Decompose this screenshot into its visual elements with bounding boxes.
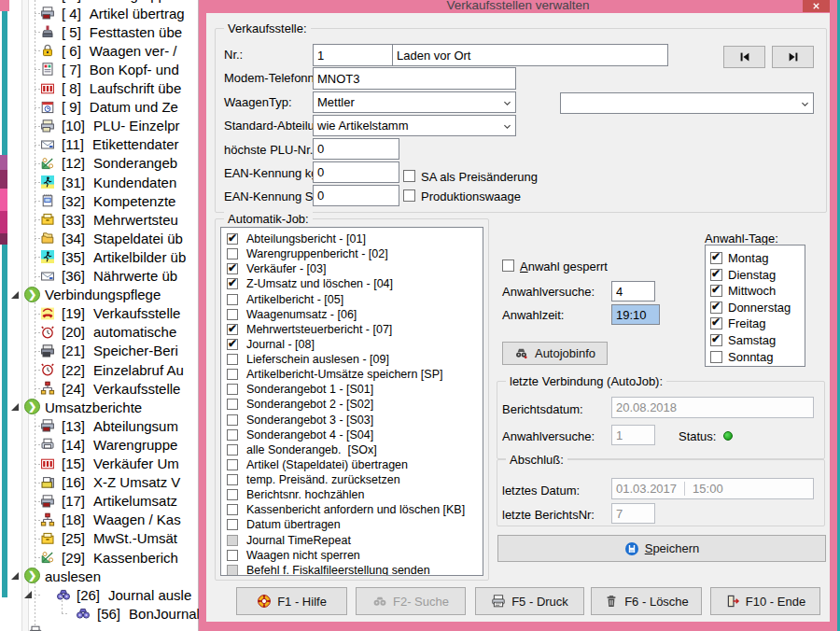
tree-item[interactable]: [22]Einzelabruf Au: [9, 360, 199, 379]
job-checkbox[interactable]: [227, 399, 238, 410]
job-checkbox[interactable]: [227, 444, 238, 456]
day-row[interactable]: ✔Mittwoch: [706, 283, 805, 299]
tree-item[interactable]: [29]Kassenberich: [9, 548, 199, 567]
job-row[interactable]: Sonderangebot 1 - [S01]: [221, 382, 483, 397]
day-checkbox[interactable]: ✔: [710, 301, 722, 314]
job-checkbox[interactable]: [227, 535, 238, 546]
tree-item[interactable]: [14]Warengruppe: [9, 435, 199, 454]
plu-input[interactable]: [313, 138, 399, 160]
job-checkbox[interactable]: [227, 414, 238, 426]
job-row[interactable]: ✔Abteilungsbericht - [01]: [221, 231, 483, 246]
tree-item[interactable]: [ 6]Waagen ver- /: [9, 41, 199, 60]
close-button[interactable]: [803, 0, 830, 12]
job-row[interactable]: temp. Preisänd. zurücksetzen: [221, 472, 483, 487]
job-checkbox[interactable]: ✔: [227, 263, 238, 274]
job-checkbox[interactable]: ✔: [227, 324, 238, 335]
ean-kg-input[interactable]: [313, 161, 399, 183]
footer-button-print[interactable]: F5 - Druck: [475, 587, 584, 615]
job-row[interactable]: ✔Verkäufer - [03]: [221, 261, 483, 276]
job-checkbox[interactable]: [227, 489, 238, 500]
job-checkbox[interactable]: [227, 519, 238, 530]
tree-item[interactable]: [ 7]Bon Kopf- und: [9, 60, 199, 78]
job-checkbox[interactable]: [227, 294, 238, 305]
footer-button-help[interactable]: F1 - Hilfe: [236, 587, 347, 615]
secondary-combo[interactable]: [560, 92, 814, 114]
job-row[interactable]: Sonderangebot 2 - [S02]: [221, 397, 483, 412]
day-row[interactable]: Sonntag: [706, 349, 805, 365]
tree-item[interactable]: [11]Etikettendater: [9, 135, 199, 154]
tree-item[interactable]: [26]Journal ausle: [9, 585, 199, 604]
job-row[interactable]: Datum übertragen: [221, 517, 483, 532]
job-row[interactable]: Waagen nicht sperren: [221, 548, 483, 563]
job-checkbox[interactable]: [227, 384, 238, 395]
tree-item[interactable]: [16]X-Z Umsatz V: [9, 473, 199, 492]
footer-button-exit[interactable]: F10 - Ende: [710, 587, 820, 615]
job-row[interactable]: Journal TimeRepeat: [221, 533, 483, 548]
expand-arrow-icon[interactable]: [11, 403, 19, 411]
job-row[interactable]: ✔Journal - [08]: [221, 337, 483, 352]
job-checkbox[interactable]: [227, 474, 238, 485]
job-row[interactable]: ✔Mehrwertsteuerbericht - [07]: [221, 322, 483, 337]
nr-input[interactable]: [313, 44, 393, 66]
tree-item[interactable]: [31]Kundendaten: [9, 173, 199, 191]
day-row[interactable]: ✔Donnerstag: [706, 300, 805, 316]
footer-button-trash[interactable]: F6 - Lösche: [591, 587, 702, 615]
tree-item[interactable]: [ 5]Festtasten übe: [9, 22, 199, 41]
day-checkbox[interactable]: ✔: [710, 317, 722, 330]
tree-item[interactable]: ❯Verbindungspflege: [9, 286, 199, 304]
tree-item[interactable]: [20]automatische: [9, 323, 199, 342]
sa-preisaenderung-checkbox[interactable]: [403, 170, 415, 182]
tree-item[interactable]: [ 4]Artikel übertrag: [9, 4, 199, 22]
automatik-job-list[interactable]: ✔Abteilungsbericht - [01]Warengruppenber…: [220, 227, 483, 576]
expand-arrow-icon[interactable]: [24, 591, 32, 598]
tree-item[interactable]: [32]Kompetenzte: [9, 191, 199, 210]
tree-item[interactable]: [36]Nährwerte üb: [9, 267, 199, 286]
day-row[interactable]: ✔Samstag: [706, 332, 805, 348]
tree-item[interactable]: [33]Mehrwertsteu: [9, 210, 199, 229]
job-row[interactable]: ✔Z-Umsatz und löschen - [04]: [221, 276, 483, 291]
ean-stk-input[interactable]: [313, 185, 399, 206]
day-checkbox[interactable]: ✔: [710, 285, 722, 297]
job-checkbox[interactable]: [227, 550, 238, 561]
tree-item[interactable]: [25]MwSt.-Umsät: [9, 529, 199, 548]
tree-item[interactable]: [12]Sonderangeb: [9, 154, 199, 173]
anwahl-tage-list[interactable]: ✔Montag✔Dienstag✔Mittwoch✔Donnerstag✔Fre…: [705, 245, 805, 367]
job-row[interactable]: Befehl f. Fiskalfileerstellung senden: [221, 563, 483, 576]
day-checkbox[interactable]: ✔: [710, 269, 722, 281]
anwahlzeit-input[interactable]: [611, 304, 660, 325]
day-row[interactable]: ✔Montag: [706, 250, 805, 266]
job-checkbox[interactable]: [227, 429, 238, 441]
tree-item[interactable]: [56]BonJournal: [9, 604, 199, 623]
expand-arrow-icon[interactable]: [11, 291, 19, 299]
job-checkbox[interactable]: [227, 309, 238, 320]
job-checkbox[interactable]: [227, 369, 238, 380]
day-checkbox[interactable]: ✔: [710, 252, 722, 264]
speichern-button[interactable]: Speichern: [497, 535, 826, 562]
first-record-button[interactable]: [723, 46, 765, 68]
day-row[interactable]: ✔Dienstag: [706, 267, 805, 283]
tree-item[interactable]: [21]Speicher-Beri: [9, 342, 199, 360]
job-row[interactable]: Lieferschein auslesen - [09]: [221, 352, 483, 367]
job-row[interactable]: Waagenumsatz - [06]: [221, 307, 483, 322]
job-row[interactable]: Artikel (Stapeldatei) übertragen: [221, 457, 483, 472]
job-row[interactable]: Berichtsnr. hochzählen: [221, 487, 483, 502]
dialog-titlebar[interactable]: Verkaufsstellen verwalten: [199, 0, 837, 13]
expand-arrow-icon[interactable]: [11, 572, 19, 580]
last-record-button[interactable]: [772, 46, 814, 68]
waagentyp-combo[interactable]: Mettler: [313, 91, 516, 113]
tree-item[interactable]: ❯Umsatzberichte: [9, 398, 199, 416]
day-checkbox[interactable]: [710, 351, 722, 363]
job-checkbox[interactable]: [227, 248, 238, 259]
tree-item[interactable]: [19]Verkaufsstelle: [9, 304, 199, 323]
anwahlversuche-input[interactable]: [611, 281, 655, 301]
tree-item[interactable]: [34]Stapeldatei üb: [9, 229, 199, 247]
job-row[interactable]: Sonderangebot 3 - [S03]: [221, 413, 483, 428]
job-row[interactable]: Artikelbericht - [05]: [221, 292, 483, 307]
tree-item[interactable]: [35]Artikelbilder üb: [9, 247, 199, 266]
modem-input[interactable]: [313, 67, 516, 90]
anwahl-gesperrt-checkbox[interactable]: [502, 259, 514, 272]
job-checkbox[interactable]: ✔: [227, 339, 238, 350]
autojobinfo-button[interactable]: Autojobinfo: [502, 342, 608, 365]
tree-item[interactable]: [24]Verkaufsstelle: [9, 379, 199, 398]
job-checkbox[interactable]: [227, 354, 238, 365]
